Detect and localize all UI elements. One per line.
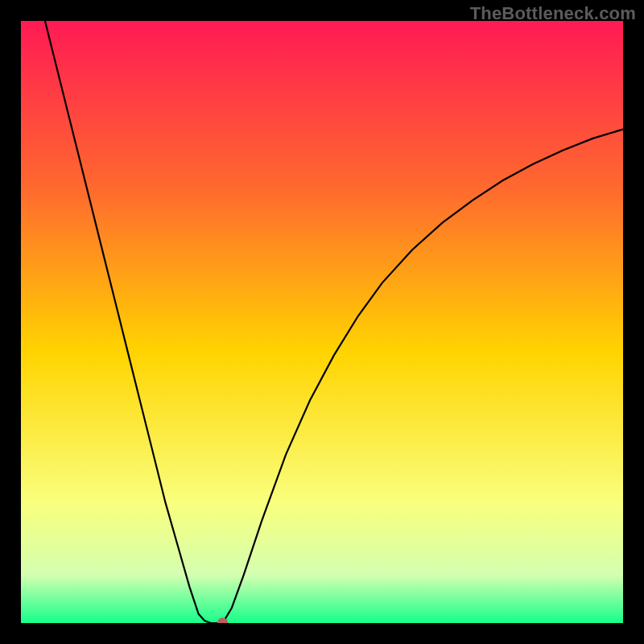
- plot-area: [21, 21, 623, 623]
- gradient-rect: [21, 21, 623, 623]
- chart-frame: TheBottleneck.com: [0, 0, 644, 644]
- chart-svg: [21, 21, 623, 623]
